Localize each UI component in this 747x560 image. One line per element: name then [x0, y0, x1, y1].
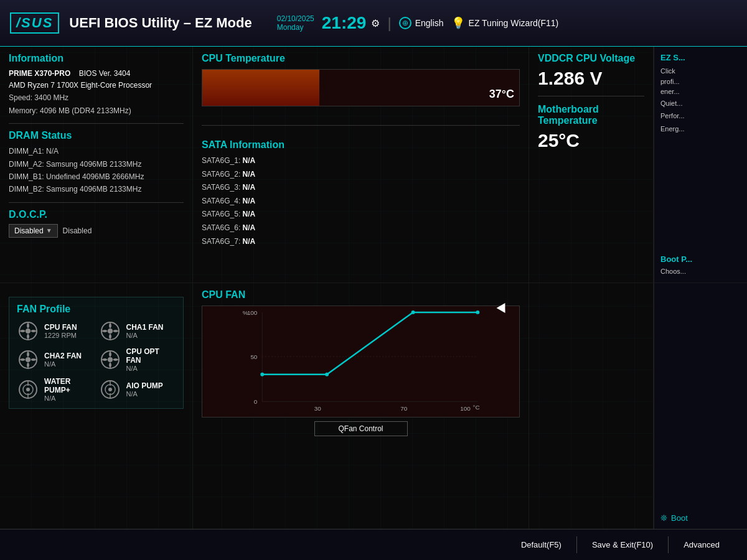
svg-point-30 [260, 373, 264, 376]
ez-option-performance[interactable]: Perfor... [660, 110, 741, 123]
fan-info: AIO PUMP N/A [126, 381, 163, 398]
cpu-temp-bar: 37°C [202, 69, 520, 106]
fan-name: CHA2 FAN [44, 352, 82, 360]
cpu-info: AMD Ryzen 7 1700X Eight-Core Processor [9, 80, 184, 91]
svg-text:%: % [243, 309, 248, 316]
svg-rect-18 [238, 306, 484, 417]
voltage-value: 1.286 V [538, 68, 644, 88]
docp-status: Disabled [63, 226, 92, 235]
boot-section-title: Boot P... [660, 254, 741, 264]
boot-icon-button[interactable]: ❊ Boot [660, 513, 741, 523]
ez-sidebar-title: EZ S... [660, 53, 741, 62]
ez-wizard-button[interactable]: 💡 EZ Tuning Wizard(F11) [451, 16, 559, 30]
fan-item: CHA1 FAN N/A [99, 320, 176, 342]
fan-graph-svg: 100 50 0 30 70 100 % °C [202, 306, 519, 417]
docp-select[interactable]: Disabled ▼ [9, 224, 58, 238]
language-label: English [415, 18, 444, 28]
svg-point-10 [26, 388, 30, 391]
svg-text:0: 0 [254, 398, 258, 405]
speed-info: Speed: 3400 MHz [9, 91, 184, 104]
bios-header: /SUS UEFI BIOS Utility – EZ Mode 02/10/2… [0, 0, 747, 47]
mb-temp-value: 25°C [538, 130, 644, 151]
fan-profile-section: FAN Profile CPU FAN 1229 RPM [9, 297, 184, 409]
cpu-fan-graph: 100 50 0 30 70 100 % °C [202, 306, 520, 418]
qfan-control-button[interactable]: QFan Control [314, 421, 408, 436]
advanced-button[interactable]: Advanced [669, 536, 735, 553]
dimm-b2: DIMM_B2: Samsung 4096MB 2133MHz [9, 183, 184, 195]
fan-icon [17, 348, 39, 371]
dram-status-title: DRAM Status [9, 130, 184, 141]
svg-text:100: 100 [460, 405, 471, 412]
fan-item: WATER PUMP+ N/A [17, 377, 94, 402]
svg-point-15 [108, 388, 112, 391]
time-block: 21:29 ⚙ [322, 13, 380, 33]
temp-bar-fill [202, 70, 319, 106]
docp-title: D.O.C.P. [9, 209, 184, 220]
ez-description: Clickprofi...ener... [660, 66, 741, 97]
mb-temp-section: Motherboard Temperature 25°C [538, 104, 644, 151]
fan-rpm: 1229 RPM [44, 332, 77, 339]
fan-info: CPU OPT FAN N/A [126, 347, 176, 372]
svg-point-33 [476, 310, 479, 314]
fan-name: CPU OPT FAN [126, 347, 176, 365]
fan-info: CHA1 FAN N/A [126, 323, 164, 339]
fan-name: CHA1 FAN [126, 323, 164, 332]
main-content: Information PRIME X370-PRO BIOS Ver. 340… [0, 47, 747, 529]
fan-name: WATER PUMP+ [44, 377, 94, 394]
svg-point-3 [108, 329, 113, 334]
save-exit-button[interactable]: Save & Exit(F10) [577, 536, 669, 553]
svg-point-31 [325, 373, 329, 376]
fan-name: AIO PUMP [126, 381, 163, 390]
fan-item: CPU FAN 1229 RPM [17, 320, 94, 342]
separator: | [387, 14, 391, 32]
time-display: 21:29 [322, 13, 367, 33]
sata-port-item: SATA6G_2: N/A [202, 168, 520, 182]
fan-info: CPU FAN 1229 RPM [44, 323, 77, 339]
fan-item: CHA2 FAN N/A [17, 347, 94, 372]
far-right-lower: ❊ Boot [654, 283, 747, 529]
svg-text:°C: °C [472, 404, 479, 411]
fan-rpm: N/A [44, 394, 94, 402]
cpu-temp-title: CPU Temperature [202, 53, 520, 64]
dimm-a1: DIMM_A1: N/A [9, 145, 184, 157]
ez-sidebar-panel: EZ S... Clickprofi...ener... Quiet... Pe… [654, 47, 747, 282]
datetime-block: 02/10/2025 Monday [277, 14, 314, 32]
svg-text:50: 50 [250, 353, 257, 360]
left-info-panel: Information PRIME X370-PRO BIOS Ver. 340… [0, 47, 193, 282]
docp-select-value: Disabled [14, 226, 44, 235]
globe-icon: ⊕ [399, 17, 411, 29]
sata-port-item: SATA6G_1: N/A [202, 154, 520, 168]
upper-row: Information PRIME X370-PRO BIOS Ver. 340… [0, 47, 747, 283]
bios-title: UEFI BIOS Utility – EZ Mode [69, 15, 251, 31]
fan-info: CHA2 FAN N/A [44, 352, 82, 368]
sata-port-item: SATA6G_3: N/A [202, 181, 520, 195]
fan-profile-panel: FAN Profile CPU FAN 1229 RPM [0, 283, 193, 529]
cpu-fan-graph-title: CPU FAN [202, 289, 520, 301]
boot-label: Boot [671, 513, 688, 523]
fan-rpm: N/A [126, 332, 164, 339]
model-bios: PRIME X370-PRO BIOS Ver. 3404 [9, 68, 184, 80]
fan-name: CPU FAN [44, 323, 77, 332]
fan-icon [99, 348, 121, 371]
ez-option-energy[interactable]: Energ... [660, 123, 741, 136]
sata-ports-list: SATA6G_1: N/ASATA6G_2: N/ASATA6G_3: N/AS… [202, 154, 520, 248]
dram-status-section: DRAM Status DIMM_A1: N/A DIMM_A2: Samsun… [9, 130, 184, 196]
fan-icon [17, 378, 39, 401]
right-lower-panel [529, 283, 654, 529]
sata-port-item: SATA6G_5: N/A [202, 208, 520, 222]
docp-section: D.O.C.P. Disabled ▼ Disabled [9, 209, 184, 238]
sata-port-item: SATA6G_6: N/A [202, 222, 520, 235]
date-text: 02/10/2025 Monday [277, 14, 314, 32]
settings-icon[interactable]: ⚙ [371, 17, 380, 29]
boot-option: Choos... [660, 266, 741, 277]
fan-icon [99, 320, 121, 342]
right-top-panel: VDDCR CPU Voltage 1.286 V Motherboard Te… [529, 47, 654, 282]
voltage-title: VDDCR CPU Voltage [538, 53, 644, 64]
boot-star-icon: ❊ [660, 513, 667, 523]
default-button[interactable]: Default(F5) [506, 536, 577, 553]
fan-rpm: N/A [126, 365, 176, 372]
ez-option-quiet[interactable]: Quiet... [660, 97, 741, 110]
language-button[interactable]: ⊕ English [399, 17, 444, 29]
dropdown-arrow-icon: ▼ [46, 227, 52, 234]
sata-port-item: SATA6G_7: N/A [202, 235, 520, 249]
